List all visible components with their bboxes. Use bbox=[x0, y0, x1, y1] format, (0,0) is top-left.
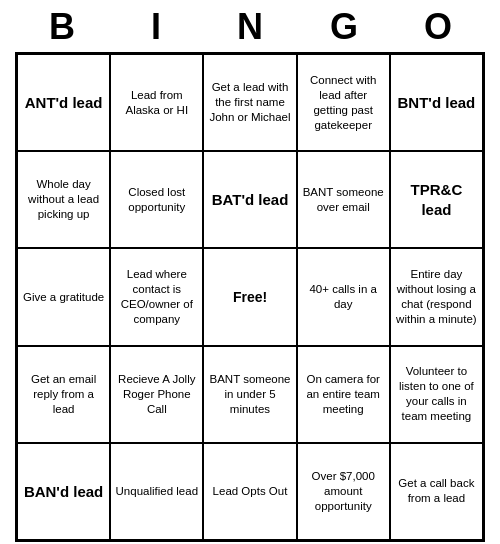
bingo-cell-10[interactable]: Give a gratitude bbox=[17, 248, 110, 345]
bingo-cell-5[interactable]: Whole day without a lead picking up bbox=[17, 151, 110, 248]
title-letter-n: N bbox=[212, 6, 288, 48]
bingo-cell-6[interactable]: Closed lost opportunity bbox=[110, 151, 203, 248]
bingo-cell-8[interactable]: BANT someone over email bbox=[297, 151, 390, 248]
bingo-cell-13[interactable]: 40+ calls in a day bbox=[297, 248, 390, 345]
bingo-cell-16[interactable]: Recieve A Jolly Roger Phone Call bbox=[110, 346, 203, 443]
bingo-cell-24[interactable]: Get a call back from a lead bbox=[390, 443, 483, 540]
bingo-cell-2[interactable]: Get a lead with the first name John or M… bbox=[203, 54, 296, 151]
title-letter-i: I bbox=[118, 6, 194, 48]
bingo-cell-20[interactable]: BAN'd lead bbox=[17, 443, 110, 540]
bingo-cell-15[interactable]: Get an email reply from a lead bbox=[17, 346, 110, 443]
title-letter-o: O bbox=[400, 6, 476, 48]
bingo-cell-19[interactable]: Volunteer to listen to one of your calls… bbox=[390, 346, 483, 443]
bingo-cell-11[interactable]: Lead where contact is CEO/owner of compa… bbox=[110, 248, 203, 345]
title-letter-g: G bbox=[306, 6, 382, 48]
bingo-cell-18[interactable]: On camera for an entire team meeting bbox=[297, 346, 390, 443]
bingo-cell-4[interactable]: BNT'd lead bbox=[390, 54, 483, 151]
bingo-cell-14[interactable]: Entire day without losing a chat (respon… bbox=[390, 248, 483, 345]
free-cell[interactable]: Free! bbox=[203, 248, 296, 345]
bingo-cell-3[interactable]: Connect with lead after getting past gat… bbox=[297, 54, 390, 151]
bingo-title: BINGO bbox=[15, 0, 485, 52]
bingo-grid: ANT'd leadLead from Alaska or HIGet a le… bbox=[15, 52, 485, 542]
bingo-cell-1[interactable]: Lead from Alaska or HI bbox=[110, 54, 203, 151]
bingo-cell-9[interactable]: TPR&C lead bbox=[390, 151, 483, 248]
title-letter-b: B bbox=[24, 6, 100, 48]
bingo-cell-17[interactable]: BANT someone in under 5 minutes bbox=[203, 346, 296, 443]
bingo-cell-23[interactable]: Over $7,000 amount opportunity bbox=[297, 443, 390, 540]
bingo-cell-22[interactable]: Lead Opts Out bbox=[203, 443, 296, 540]
bingo-cell-7[interactable]: BAT'd lead bbox=[203, 151, 296, 248]
bingo-cell-0[interactable]: ANT'd lead bbox=[17, 54, 110, 151]
bingo-cell-21[interactable]: Unqualified lead bbox=[110, 443, 203, 540]
